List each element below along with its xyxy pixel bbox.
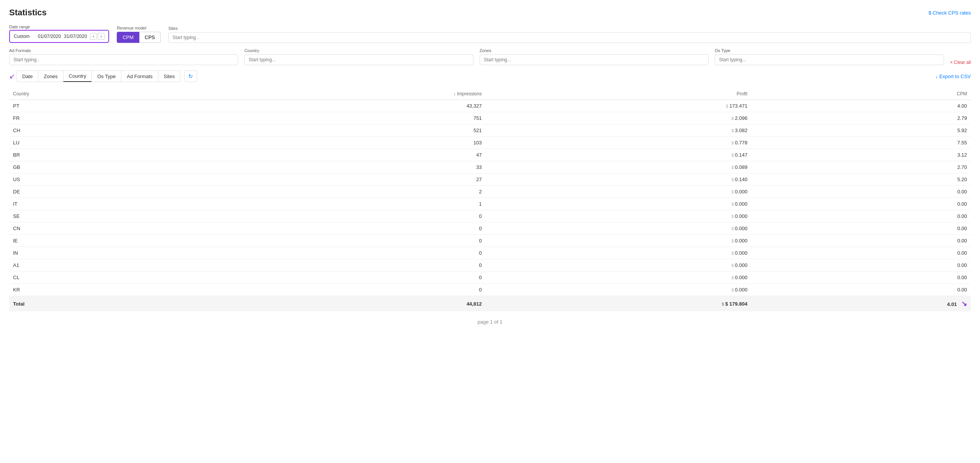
cell-impressions: 0: [199, 247, 486, 259]
cell-profit: $ 0.000: [485, 223, 751, 235]
clear-all-button[interactable]: × Clear all: [950, 60, 971, 65]
cell-country: GB: [9, 161, 199, 173]
table-row: A10$ 0.0000.00: [9, 259, 971, 272]
export-csv-button[interactable]: ↓ Export to CSV: [936, 74, 971, 79]
cell-profit: $ 0.000: [485, 235, 751, 247]
tab-sites[interactable]: Sites: [158, 70, 181, 82]
cell-impressions: 47: [199, 149, 486, 161]
cell-profit: $ 0.000: [485, 272, 751, 284]
refresh-button[interactable]: ↻: [184, 70, 197, 82]
cell-profit: $ 0.000: [485, 247, 751, 259]
cell-impressions: 521: [199, 124, 486, 137]
cell-country: IE: [9, 235, 199, 247]
date-range-label: Date range: [9, 25, 109, 29]
cell-cpm: 0.00: [751, 186, 971, 198]
revenue-model-group: Revenue model CPM CPS: [117, 26, 161, 43]
total-label: Total: [9, 296, 199, 312]
table-row: GB33$ 0.0892.70: [9, 161, 971, 173]
col-profit: Profit: [485, 88, 751, 100]
cell-cpm: 0.00: [751, 223, 971, 235]
table-row: US27$ 0.1405.20: [9, 173, 971, 186]
total-impressions: 44,812: [199, 296, 486, 312]
zones-label: Zones: [480, 48, 709, 53]
cell-impressions: 751: [199, 112, 486, 124]
date-nav: ‹ ›: [90, 33, 105, 40]
cell-country: LU: [9, 137, 199, 149]
tabs-row: ↙ DateZonesCountryOs TypeAd FormatsSites…: [9, 70, 971, 82]
os-type-label: Os Type: [715, 48, 944, 53]
zones-input[interactable]: [480, 54, 709, 65]
cell-impressions: 103: [199, 137, 486, 149]
table-row: PT43,327$ 173.4714.00: [9, 100, 971, 112]
cell-cpm: 0.00: [751, 235, 971, 247]
date-range-box: Custom 01/07/2020 31/07/2020 ‹ ›: [9, 30, 109, 43]
cell-profit: $ 0.000: [485, 186, 751, 198]
cell-country: IT: [9, 198, 199, 210]
page-title: Statistics: [9, 8, 47, 18]
cell-cpm: 0.00: [751, 259, 971, 272]
date-range-group: Date range Custom 01/07/2020 31/07/2020 …: [9, 25, 109, 43]
cell-cpm: 3.12: [751, 149, 971, 161]
cell-country: SE: [9, 210, 199, 223]
table-row: CN0$ 0.0000.00: [9, 223, 971, 235]
cell-profit: $ 0.000: [485, 210, 751, 223]
cell-impressions: 43,327: [199, 100, 486, 112]
date-end[interactable]: 31/07/2020: [64, 34, 87, 39]
cell-country: BR: [9, 149, 199, 161]
cell-cpm: 0.00: [751, 272, 971, 284]
tab-ad-formats[interactable]: Ad Formats: [121, 70, 158, 82]
table-row: LU103$ 0.7787.55: [9, 137, 971, 149]
tab-date[interactable]: Date: [16, 70, 38, 82]
cell-profit: $ 173.471: [485, 100, 751, 112]
os-type-filter-group: Os Type: [715, 48, 944, 65]
date-start[interactable]: 01/07/2020: [38, 34, 61, 39]
ad-formats-group: Ad Formats: [9, 48, 238, 65]
col-cpm: CPM: [751, 88, 971, 100]
cell-country: IN: [9, 247, 199, 259]
cell-profit: $ 0.147: [485, 149, 751, 161]
cell-cpm: 0.00: [751, 247, 971, 259]
date-preset: Custom: [14, 34, 35, 39]
table-row: CL0$ 0.0000.00: [9, 272, 971, 284]
cell-impressions: 33: [199, 161, 486, 173]
cell-cpm: 5.20: [751, 173, 971, 186]
cell-profit: $ 0.000: [485, 198, 751, 210]
ad-formats-input[interactable]: [9, 54, 238, 65]
cell-profit: $ 2.096: [485, 112, 751, 124]
cell-impressions: 27: [199, 173, 486, 186]
revenue-model-label: Revenue model: [117, 26, 161, 30]
col-impressions[interactable]: ↓ Impressions: [199, 88, 486, 100]
statistics-table: Country ↓ Impressions Profit CPM PT43,32…: [9, 88, 971, 311]
check-cps-link[interactable]: $ Check CPS rates: [928, 10, 971, 16]
cell-cpm: 0.00: [751, 210, 971, 223]
zones-filter-group: Zones: [480, 48, 709, 65]
tab-country[interactable]: Country: [63, 70, 92, 82]
cell-country: PT: [9, 100, 199, 112]
sites-label: Sites: [168, 26, 971, 31]
cell-cpm: 2.70: [751, 161, 971, 173]
cell-country: KR: [9, 284, 199, 296]
sites-input[interactable]: [168, 32, 971, 43]
cell-impressions: 0: [199, 235, 486, 247]
total-cpm: 4.01 ↘: [751, 296, 971, 312]
cell-country: CL: [9, 272, 199, 284]
table-row: IN0$ 0.0000.00: [9, 247, 971, 259]
tab-zones[interactable]: Zones: [38, 70, 63, 82]
country-filter-label: Country: [244, 48, 473, 53]
date-prev-button[interactable]: ‹: [90, 33, 97, 40]
os-type-input[interactable]: [715, 54, 944, 65]
cell-impressions: 2: [199, 186, 486, 198]
cell-country: US: [9, 173, 199, 186]
cell-country: DE: [9, 186, 199, 198]
cpm-button[interactable]: CPM: [117, 32, 139, 43]
table-row: FR751$ 2.0962.79: [9, 112, 971, 124]
date-next-button[interactable]: ›: [98, 33, 105, 40]
cps-button[interactable]: CPS: [139, 32, 161, 43]
pagination: page 1 of 1: [9, 319, 971, 325]
tab-os-type[interactable]: Os Type: [91, 70, 121, 82]
cell-cpm: 5.92: [751, 124, 971, 137]
cell-impressions: 1: [199, 198, 486, 210]
table-body: PT43,327$ 173.4714.00FR751$ 2.0962.79CH5…: [9, 100, 971, 296]
cell-impressions: 0: [199, 284, 486, 296]
country-input[interactable]: [244, 54, 473, 65]
